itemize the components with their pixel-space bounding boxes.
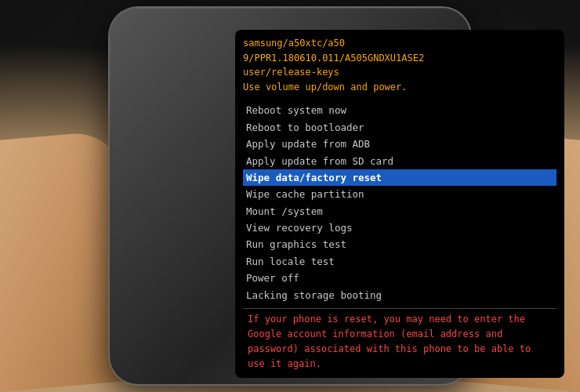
menu-list: Reboot system nowReboot to bootloaderApp…	[243, 102, 556, 303]
phone-screen: samsung/a50xtc/a50 9/PPR1.180610.011/A50…	[235, 30, 564, 378]
menu-item-9[interactable]: Run locale test	[243, 253, 556, 270]
header-line-2: 9/PPR1.180610.011/A505GNDXU1ASE2	[243, 51, 556, 66]
phone-shell: samsung/a50xtc/a50 9/PPR1.180610.011/A50…	[110, 8, 470, 384]
menu-item-2[interactable]: Apply update from ADB	[243, 136, 556, 152]
menu-item-7[interactable]: View recovery logs	[243, 220, 556, 236]
menu-item-8[interactable]: Run graphics test	[243, 236, 556, 252]
header-line-3: user/release-keys	[243, 65, 556, 80]
menu-item-11[interactable]: Lacking storage booting	[243, 287, 556, 303]
scene: samsung/a50xtc/a50 9/PPR1.180610.011/A50…	[0, 0, 580, 392]
header-line-1: samsung/a50xtc/a50	[243, 36, 556, 51]
header-line-4: Use volume up/down and power.	[243, 80, 556, 95]
menu-item-0[interactable]: Reboot system now	[243, 102, 556, 118]
menu-item-5[interactable]: Wipe cache partition	[243, 186, 556, 202]
menu-item-6[interactable]: Mount /system	[243, 203, 556, 220]
warning-section: If your phone is reset, you may need to …	[243, 308, 556, 376]
menu-item-3[interactable]: Apply update from SD card	[243, 153, 556, 169]
menu-item-1[interactable]: Reboot to bootloader	[243, 119, 556, 136]
menu-item-10[interactable]: Power off	[243, 270, 556, 286]
menu-item-4[interactable]: Wipe data/factory reset	[243, 169, 556, 186]
screen-content: samsung/a50xtc/a50 9/PPR1.180610.011/A50…	[235, 30, 564, 378]
warning-text: If your phone is reset, you may need to …	[248, 312, 552, 372]
header-section: samsung/a50xtc/a50 9/PPR1.180610.011/A50…	[243, 36, 556, 94]
